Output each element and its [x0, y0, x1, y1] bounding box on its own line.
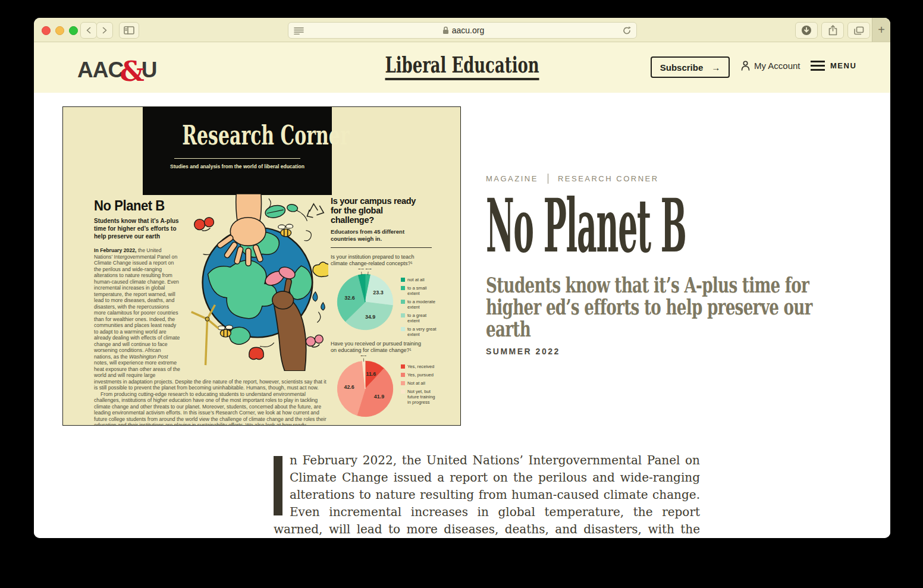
tulip-icon	[249, 347, 263, 359]
legend-swatch	[401, 300, 405, 304]
hamburger-icon	[811, 61, 825, 71]
pie-value-label: 32.6	[344, 295, 354, 301]
magazine-cover-image[interactable]: Research Corner Studies and analysis fro…	[62, 106, 461, 426]
subscribe-button[interactable]: Subscribe →	[651, 56, 730, 78]
pie-value-label: 3.1	[365, 269, 371, 271]
minimize-window-button[interactable]	[55, 26, 64, 35]
cover-right-subhead: Educators from 45 different countries we…	[331, 228, 420, 243]
pie-value-label: 34.9	[365, 314, 375, 320]
banner-rule	[174, 158, 300, 159]
pie-chart-preparedness: 3.123.334.932.63.9	[331, 269, 400, 335]
legend-swatch	[401, 373, 405, 377]
person-icon	[741, 61, 750, 71]
legend-swatch	[401, 389, 405, 394]
tabs-icon	[854, 26, 864, 35]
screen-background: aacu.org	[0, 0, 923, 588]
butterfly-red-icon	[194, 218, 214, 231]
butterfly-pink-icon	[306, 335, 323, 347]
account-label: My Account	[754, 61, 800, 71]
pie-value-label: 41.9	[374, 394, 384, 400]
article-subtitle-wrap: Students know that it’s A-plus time for …	[486, 274, 872, 322]
legend-item: to a great extent	[401, 313, 438, 323]
site-header: AAC&U Liberal Education Subscribe → My A…	[34, 42, 890, 93]
legend-item: to a moderate extent	[401, 299, 438, 310]
forward-button[interactable]	[96, 22, 113, 39]
legend-swatch	[401, 313, 405, 317]
article-subtitle: Students know that it’s A-plus time for …	[486, 274, 839, 340]
legend-item: to a very great extent	[401, 326, 438, 337]
banner-tagline: Studies and analysis from the world of l…	[143, 163, 332, 169]
legend-label: Yes, received	[407, 364, 434, 369]
article-title: No Planet B	[486, 197, 686, 255]
legend-item: Not at all	[401, 381, 438, 386]
cover-body-paragraph-2: From producing cutting-edge research to …	[94, 391, 328, 426]
subscribe-label: Subscribe	[660, 62, 704, 73]
browser-toolbar: aacu.org	[34, 18, 890, 42]
issue-label: SUMMER 2022	[486, 347, 872, 356]
legend-swatch	[401, 286, 405, 290]
cover-left-column: No Planet B Students know that it’s A-pl…	[94, 197, 328, 426]
zoom-window-button[interactable]	[69, 26, 78, 35]
chart-1-question: Is your institution prepared to teach cl…	[331, 254, 426, 267]
sidebar-icon	[124, 26, 134, 34]
downloads-button[interactable]	[795, 22, 818, 39]
page-main: Research Corner Studies and analysis fro…	[34, 93, 890, 538]
back-button[interactable]	[80, 22, 97, 39]
address-bar[interactable]: aacu.org	[288, 22, 637, 39]
cover-right-column: Is your campus ready for the global chal…	[331, 196, 441, 426]
legend-item: not at all	[401, 277, 438, 282]
chart-1-legend: not at allto a small extentto a moderate…	[401, 277, 438, 337]
share-icon	[828, 25, 837, 36]
tab-overview-button[interactable]	[847, 22, 870, 39]
legend-item: Yes, received	[401, 364, 438, 369]
arrow-right-icon: →	[711, 62, 720, 73]
cover-dek: Students know that it’s A-plus time for …	[94, 217, 183, 240]
cover-headline: No Planet B	[94, 197, 309, 214]
recycle-icon	[307, 204, 324, 218]
legend-swatch	[401, 364, 405, 369]
lock-icon	[442, 26, 449, 34]
banner-title: Research Corner	[182, 122, 349, 149]
reader-mode-icon[interactable]	[294, 27, 304, 34]
chart-1: 3.123.334.932.63.9 not at allto a small …	[331, 269, 441, 337]
menu-button[interactable]: MENU	[811, 61, 856, 71]
cover-body-italic: Washington Post	[129, 354, 168, 360]
browser-window: aacu.org	[34, 18, 890, 538]
yellow-flower-icon	[313, 262, 328, 277]
menu-label: MENU	[830, 61, 856, 70]
cover-body-a: the United Nations’ Intergovernmental Pa…	[94, 247, 180, 360]
article-body: n February 2022, the United Nations’ Int…	[274, 452, 700, 538]
cover-divider	[331, 247, 432, 248]
my-account-link[interactable]: My Account	[741, 61, 800, 71]
legend-item: to a small extent	[401, 285, 438, 296]
sidebar-toggle-button[interactable]	[119, 22, 139, 39]
legend-item: Yes, pursued	[401, 372, 438, 378]
article-title-wrap: No Planet B	[486, 197, 872, 256]
legend-item: Not yet, but future training in progress	[401, 389, 438, 405]
new-tab-button[interactable]: +	[872, 18, 890, 42]
chart-2-legend: Yes, receivedYes, pursuedNot at allNot y…	[401, 364, 438, 405]
legend-label: to a very great extent	[407, 326, 438, 337]
legend-swatch	[401, 381, 405, 385]
chart-2-question: Have you received or pursued training on…	[331, 341, 426, 354]
pie-chart-training: 11.641.942.61.6	[331, 356, 400, 422]
reload-icon[interactable]	[623, 26, 631, 35]
traffic-lights	[42, 26, 78, 35]
legend-swatch	[401, 278, 405, 282]
close-window-button[interactable]	[42, 26, 51, 35]
pie-value-label: 11.6	[366, 371, 376, 377]
legend-swatch	[401, 327, 405, 331]
bee-icon	[218, 325, 233, 337]
back-chevron-icon	[86, 27, 92, 34]
site-title[interactable]: Liberal Education	[385, 53, 539, 80]
water-drop-icon	[313, 292, 325, 310]
breadcrumb-research-corner[interactable]: RESEARCH CORNER	[558, 174, 659, 183]
breadcrumb-magazine[interactable]: MAGAZINE	[486, 174, 538, 183]
legend-label: Yes, pursued	[407, 372, 434, 378]
url-text: aacu.org	[452, 26, 484, 35]
legend-label: to a small extent	[407, 285, 438, 296]
download-icon	[801, 25, 812, 36]
legend-label: Not yet, but future training in progress	[407, 389, 438, 405]
legend-label: to a moderate extent	[407, 299, 438, 310]
share-button[interactable]	[821, 22, 844, 39]
